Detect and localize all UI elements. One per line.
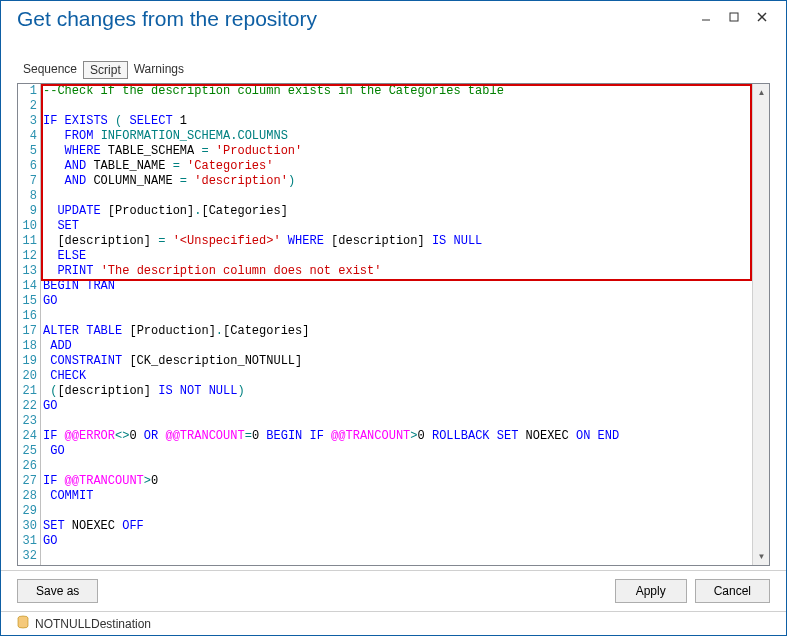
code-line[interactable]: ADD bbox=[41, 339, 752, 354]
save-as-button[interactable]: Save as bbox=[17, 579, 98, 603]
scroll-down-icon[interactable]: ▼ bbox=[753, 548, 770, 565]
cancel-button[interactable]: Cancel bbox=[695, 579, 770, 603]
code-line[interactable]: WHERE TABLE_SCHEMA = 'Production' bbox=[41, 144, 752, 159]
status-db-name: NOTNULLDestination bbox=[35, 617, 151, 631]
code-line[interactable]: AND TABLE_NAME = 'Categories' bbox=[41, 159, 752, 174]
code-line[interactable] bbox=[41, 309, 752, 324]
code-line[interactable]: IF EXISTS ( SELECT 1 bbox=[41, 114, 752, 129]
code-line[interactable]: ELSE bbox=[41, 249, 752, 264]
code-line[interactable]: AND COLUMN_NAME = 'description') bbox=[41, 174, 752, 189]
code-line[interactable]: BEGIN TRAN bbox=[41, 279, 752, 294]
tabs: Sequence Script Warnings bbox=[1, 49, 786, 83]
window-title: Get changes from the repository bbox=[17, 7, 317, 31]
code-editor[interactable]: 1234567891011121314151617181920212223242… bbox=[17, 83, 770, 566]
close-button[interactable] bbox=[748, 7, 776, 27]
code-line[interactable]: [description] = '<Unspecified>' WHERE [d… bbox=[41, 234, 752, 249]
code-line[interactable]: CHECK bbox=[41, 369, 752, 384]
code-line[interactable]: SET NOEXEC OFF bbox=[41, 519, 752, 534]
code-line[interactable] bbox=[41, 549, 752, 564]
apply-button[interactable]: Apply bbox=[615, 579, 687, 603]
code-line[interactable]: IF @@ERROR<>0 OR @@TRANCOUNT=0 BEGIN IF … bbox=[41, 429, 752, 444]
code-line[interactable] bbox=[41, 414, 752, 429]
titlebar: Get changes from the repository bbox=[1, 1, 786, 49]
code-line[interactable]: GO bbox=[41, 444, 752, 459]
code-line[interactable]: PRINT 'The description column does not e… bbox=[41, 264, 752, 279]
tab-sequence[interactable]: Sequence bbox=[17, 61, 83, 79]
code-line[interactable]: GO bbox=[41, 534, 752, 549]
code-line[interactable]: ALTER TABLE [Production].[Categories] bbox=[41, 324, 752, 339]
code-line[interactable]: IF @@TRANCOUNT>0 bbox=[41, 474, 752, 489]
scroll-up-icon[interactable]: ▲ bbox=[753, 84, 770, 101]
code-line[interactable]: ([description] IS NOT NULL) bbox=[41, 384, 752, 399]
tab-script[interactable]: Script bbox=[83, 61, 128, 79]
code-line[interactable]: UPDATE [Production].[Categories] bbox=[41, 204, 752, 219]
code-area[interactable]: --Check if the description column exists… bbox=[41, 84, 752, 565]
database-icon bbox=[17, 615, 29, 632]
code-line[interactable] bbox=[41, 99, 752, 114]
statusbar: NOTNULLDestination bbox=[1, 611, 786, 635]
code-line[interactable]: --Check if the description column exists… bbox=[41, 84, 752, 99]
code-line[interactable]: CONSTRAINT [CK_description_NOTNULL] bbox=[41, 354, 752, 369]
vertical-scrollbar[interactable]: ▲ ▼ bbox=[752, 84, 769, 565]
window-buttons bbox=[692, 7, 776, 27]
footer-buttons: Save as Apply Cancel bbox=[1, 570, 786, 611]
code-line[interactable]: FROM INFORMATION_SCHEMA.COLUMNS bbox=[41, 129, 752, 144]
minimize-button[interactable] bbox=[692, 7, 720, 27]
code-line[interactable]: GO bbox=[41, 399, 752, 414]
code-line[interactable]: GO bbox=[41, 294, 752, 309]
code-line[interactable] bbox=[41, 504, 752, 519]
maximize-button[interactable] bbox=[720, 7, 748, 27]
line-gutter: 1234567891011121314151617181920212223242… bbox=[18, 84, 41, 565]
code-line[interactable] bbox=[41, 459, 752, 474]
tab-warnings[interactable]: Warnings bbox=[128, 61, 190, 79]
code-line[interactable]: COMMIT bbox=[41, 489, 752, 504]
code-line[interactable] bbox=[41, 189, 752, 204]
svg-rect-1 bbox=[730, 13, 738, 21]
code-line[interactable]: SET bbox=[41, 219, 752, 234]
